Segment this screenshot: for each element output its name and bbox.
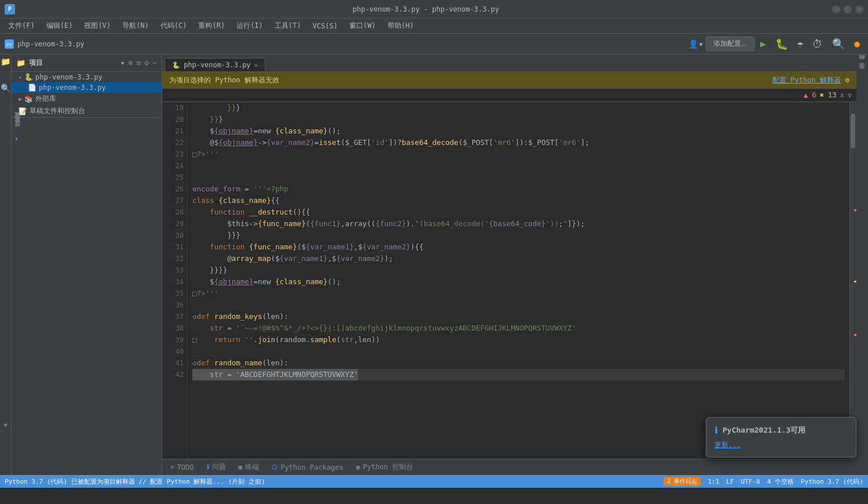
bottom-tab-terminal[interactable]: ▣ 终端	[233, 461, 265, 474]
left-panel-label-favorites[interactable]: 收藏	[12, 120, 23, 125]
code-line-31: function {func_name}(${var_name1},${var_…	[192, 241, 845, 253]
warning-gear-icon[interactable]: ⚙	[845, 76, 849, 84]
menu-bar: 文件(F) 编辑(E) 视图(V) 导航(N) 代码(C) 重构(R) 运行(I…	[0, 19, 868, 34]
project-collapse-icon[interactable]: ≡	[137, 59, 141, 67]
project-add-icon[interactable]: ⊕	[129, 59, 133, 67]
tree-root[interactable]: ▾ 🐍 php-venom-3.3.py	[12, 72, 162, 82]
code-line-25	[192, 172, 845, 183]
code-line-30: }}}	[192, 230, 845, 241]
menu-view[interactable]: 视图(V)	[78, 20, 116, 32]
structure-label[interactable]: 结构	[857, 60, 868, 70]
notification-info-icon: ℹ	[714, 425, 718, 436]
error-indicator-bar: ▲ 6 ✖ 13 ∧ ∨	[162, 88, 856, 102]
error-count-badge: ✖ 13	[820, 91, 837, 99]
status-encoding[interactable]: UTF-8	[741, 478, 760, 485]
tab-label-0: php-venom-3.3.py	[184, 61, 251, 69]
tree-file[interactable]: 📄 php-venom-3.3.py	[12, 82, 162, 93]
code-area[interactable]: }}} }}} ${objname}=new {class_name}(); @…	[188, 102, 849, 459]
menu-help[interactable]: 帮助(H)	[382, 20, 420, 32]
scrollbar-thumb[interactable]	[851, 114, 855, 148]
python-console-label: Python 控制台	[363, 462, 413, 472]
code-line-26: encode_form = '''<?php	[192, 183, 845, 195]
code-line-24	[192, 160, 845, 172]
editor-tab-0[interactable]: 🐍 php-venom-3.3.py ✕	[165, 58, 265, 71]
external-arrow-icon: ▶	[19, 96, 22, 102]
run-button[interactable]: ▶	[757, 37, 769, 50]
status-event-log-badge[interactable]: 2 事件日志	[663, 477, 701, 486]
code-line-34: ${objname}=new {class_name}();	[192, 276, 845, 288]
menu-window[interactable]: 窗口(W)	[344, 20, 382, 32]
menu-edit[interactable]: 编辑(E)	[41, 20, 79, 32]
debug-button[interactable]: 🐛	[772, 37, 792, 51]
notification-update-link[interactable]: 更新...	[714, 441, 741, 449]
project-folder-icon: 📁	[16, 59, 25, 67]
account-icon[interactable]: 👤▾	[688, 39, 703, 49]
error-nav-down[interactable]: ∨	[848, 91, 852, 99]
project-close-icon[interactable]: −	[152, 59, 157, 67]
project-title: 项目	[29, 58, 117, 68]
status-indent[interactable]: 4 个空格	[767, 477, 794, 486]
menu-navigate[interactable]: 导航(N)	[116, 20, 155, 32]
right-sidebar-labels: 结构 书签	[856, 55, 868, 475]
menu-refactor[interactable]: 重构(R)	[192, 20, 231, 32]
status-python-info[interactable]: Python 3.7 (代码) 已被配置为项目解释器 // 配置 Python …	[5, 477, 265, 486]
left-panel-label-commit[interactable]: 提交	[12, 129, 23, 134]
code-line-32: @array_map(${var_name1},${var_name2});	[192, 253, 845, 264]
left-panel-label-star[interactable]: ★	[12, 134, 21, 145]
menu-tools[interactable]: 工具(T)	[269, 20, 307, 32]
tab-close-0[interactable]: ✕	[254, 61, 258, 69]
notification-title: PyCharm2021.1.3可用	[723, 425, 805, 436]
coverage-button[interactable]: ☂	[794, 37, 807, 51]
code-line-22: @${objname}->{var_name2}=isset($_GET['id…	[192, 137, 845, 148]
project-tool-icon[interactable]: 📁	[1, 57, 10, 66]
menu-file[interactable]: 文件(F)	[2, 20, 41, 32]
bottom-tab-todo[interactable]: ≡ TODO	[165, 462, 200, 473]
bottom-tab-problems[interactable]: ℹ 问题	[201, 461, 232, 474]
tree-scratch[interactable]: 📝 草稿文件和控制台	[12, 105, 162, 117]
editor-content[interactable]: 1920212223 2425262728 2930313233 3435363…	[162, 102, 856, 459]
project-dropdown-icon[interactable]: ▾	[121, 59, 125, 67]
bottom-tab-packages[interactable]: ⬡ Python Packages	[266, 462, 349, 473]
status-right-group: 2 事件日志 1:1 LF UTF-8 4 个空格 Python 3.7 (代码…	[663, 477, 863, 486]
maximize-button[interactable]: □	[844, 5, 852, 13]
window-title: php-venom-3.3.py - php-venom-3.3.py	[20, 5, 832, 13]
left-panel-label-version[interactable]: 版本	[12, 125, 23, 129]
scratch-icon: 📝	[19, 107, 27, 115]
search-everywhere-button[interactable]: 🔍	[829, 37, 848, 51]
scrollbar-error-mark-2	[854, 334, 856, 336]
favorites-icon[interactable]: ★	[3, 419, 8, 429]
root-py-icon: 🐍	[24, 73, 33, 81]
packages-label: Python Packages	[280, 463, 343, 472]
status-lf[interactable]: LF	[726, 478, 734, 485]
root-label: php-venom-3.3.py	[35, 73, 103, 81]
code-line-37: ◇def random_keys(len):	[192, 311, 845, 322]
minimize-button[interactable]: —	[832, 5, 840, 13]
add-config-button[interactable]: 添加配置...	[706, 37, 754, 51]
menu-run[interactable]: 运行(I)	[231, 20, 269, 32]
menu-code[interactable]: 代码(C)	[155, 20, 193, 32]
profile-button[interactable]: ⏱	[809, 37, 826, 51]
code-line-19: }}}	[192, 102, 845, 114]
status-python-version[interactable]: Python 3.7 (代码)	[801, 477, 863, 486]
find-icon[interactable]: 🔍	[1, 84, 10, 93]
bookmarks-label[interactable]: 书签	[857, 70, 868, 79]
notification-header: ℹ PyCharm2021.1.3可用	[714, 425, 848, 436]
external-label: 外部库	[35, 94, 56, 104]
code-line-33: }}}}	[192, 264, 845, 276]
editor-scrollbar[interactable]	[849, 102, 856, 459]
tree-external[interactable]: ▶ 📚 外部库	[12, 93, 162, 105]
packages-icon: ⬡	[272, 463, 278, 471]
notifications-icon[interactable]: ●	[851, 37, 863, 50]
menu-vcs[interactable]: VCS(S)	[307, 21, 344, 31]
error-nav-up[interactable]: ∧	[840, 91, 844, 99]
problems-icon: ℹ	[207, 463, 209, 471]
bottom-tab-bar: ≡ TODO ℹ 问题 ▣ 终端 ⬡ Python Packages ▣ Pyt…	[162, 459, 856, 475]
project-settings-icon[interactable]: ⚙	[144, 59, 149, 67]
close-button[interactable]: ✕	[855, 5, 863, 13]
status-line-col[interactable]: 1:1	[707, 478, 719, 485]
bottom-tab-python-console[interactable]: ▣ Python 控制台	[351, 461, 419, 474]
app-icon: P	[5, 4, 15, 14]
file-py-icon: 📄	[28, 84, 37, 92]
tab-file-icon: 🐍	[172, 61, 180, 69]
configure-interpreter-link[interactable]: 配置 Python 解释器	[772, 75, 841, 85]
